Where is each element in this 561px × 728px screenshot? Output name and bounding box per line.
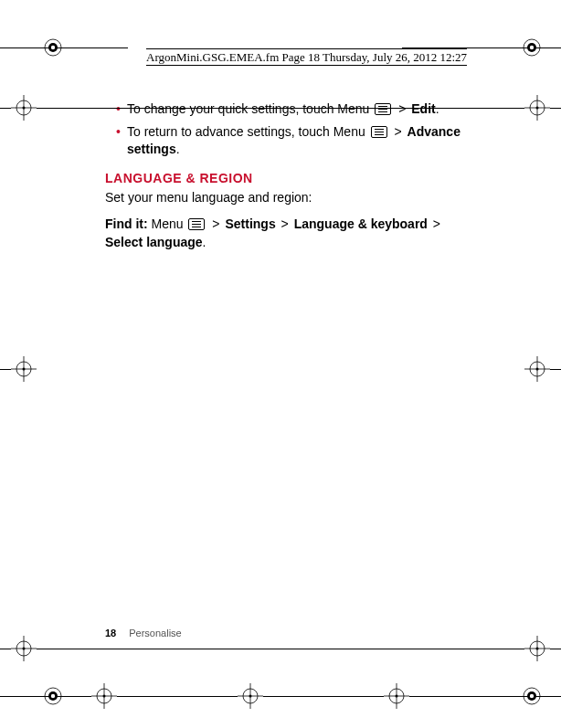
registration-icon [42,685,64,707]
bullet-list: To change your quick settings, touch Men… [105,100,471,158]
separator-gt: > [428,216,442,231]
svg-point-17 [23,368,26,371]
separator-gt: > [206,216,225,231]
crop-rule-bottom [0,696,561,697]
document-page: ArgonMini.GSG.EMEA.fm Page 18 Thursday, … [0,0,561,728]
svg-point-29 [536,648,539,650]
crop-rule-lower [0,649,561,649]
period: . [436,101,439,116]
crosshair-icon [238,683,263,709]
find-it-line: Find it: Menu > Settings > Language & ke… [105,216,471,251]
svg-point-43 [249,695,252,698]
svg-point-9 [23,107,26,110]
crop-rule-upper [0,108,561,109]
bold-label: Edit [411,101,435,116]
find-it-menu-text: Menu [148,216,187,231]
page-footer: 18Personalise [105,628,182,638]
registration-icon [521,685,543,707]
crosshair-icon [524,356,550,382]
find-it-label: Find it: [105,216,148,231]
svg-point-21 [536,368,539,371]
path-settings: Settings [225,216,275,231]
running-header-text: ArgonMini.GSG.EMEA.fm Page 18 Thursday, … [146,48,467,66]
bullet-text: To change your quick settings, touch Men… [127,101,373,116]
svg-point-5 [530,46,534,49]
separator-gt: > [393,101,411,116]
svg-point-2 [51,46,55,49]
crosshair-icon [11,636,37,661]
bullet-text: To return to advance settings, touch Men… [127,124,369,139]
bullet-item: To return to advance settings, touch Men… [116,123,471,158]
footer-section: Personalise [129,628,181,638]
period: . [176,142,180,156]
page-number: 18 [105,628,116,638]
menu-icon [375,103,391,115]
menu-icon [371,126,387,138]
registration-icon [42,37,64,58]
path-select-language: Select language [105,235,203,249]
crosshair-icon [11,95,37,121]
separator-gt: > [389,124,408,139]
bullet-item: To change your quick settings, touch Men… [116,100,471,118]
content-area: To change your quick settings, touch Men… [105,100,471,260]
svg-point-47 [396,695,398,698]
svg-point-25 [23,648,26,650]
svg-point-13 [536,107,539,110]
running-header: ArgonMini.GSG.EMEA.fm Page 18 Thursday, … [146,50,467,65]
period: . [203,235,206,249]
crosshair-icon [524,636,550,661]
crosshair-icon [11,356,37,382]
crosshair-icon [524,95,550,121]
crosshair-icon [384,683,409,709]
menu-icon [188,218,205,230]
crosshair-icon [91,683,117,709]
section-heading: LANGUAGE & REGION [105,171,471,185]
svg-point-35 [530,694,534,698]
registration-icon [521,37,543,58]
crop-rule-top-left [0,47,128,48]
svg-point-39 [103,695,106,698]
section-intro: Set your menu language and region: [105,189,471,207]
svg-point-32 [51,694,55,698]
separator-gt: > [276,216,294,231]
path-language-keyboard: Language & keyboard [294,216,428,231]
